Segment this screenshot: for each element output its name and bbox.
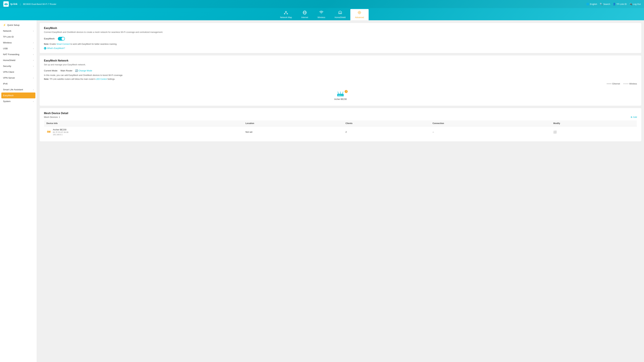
svg-line-13 [342, 92, 343, 94]
header: tp-link | BE3600 Dual-Band Wi-Fi 7 Route… [0, 0, 644, 20]
svg-line-5 [286, 12, 287, 13]
sidebar-system[interactable]: System › [0, 98, 37, 104]
wireless-icon [319, 10, 324, 16]
col-connection: Connection [430, 120, 551, 126]
mesh-device-detail-card: Mesh Device Detail Mesh Devices: 1 ⊕ Add… [40, 108, 641, 141]
easymesh-toggle[interactable] [58, 37, 65, 40]
quick-setup-icon: ⚡ [3, 24, 6, 26]
sidebar-homeshield[interactable]: HomeShield › [0, 57, 37, 63]
user-icon: 👤 [613, 3, 616, 5]
tplink-id-button[interactable]: 👤 TP-Link ID [613, 3, 626, 5]
device-info-content: Archer BE230 65-7F-F0-07-36-08 192.168.0… [46, 128, 241, 136]
sidebar-security[interactable]: Security › [0, 63, 37, 69]
plus-icon: ⊕ [630, 116, 632, 118]
device-clients: 2 [343, 126, 430, 138]
quick-setup-item[interactable]: ⚡ Quick Setup [0, 22, 37, 28]
easymesh-note: Note: Enable Smart Connect to work with … [44, 42, 637, 46]
nav-advanced[interactable]: Advanced [350, 9, 368, 20]
add-device-button[interactable]: ⊕ Add [630, 116, 637, 118]
col-device-info: Device Info [44, 120, 243, 126]
col-clients: Clients [343, 120, 430, 126]
easymesh-network-title: EasyMesh Network [44, 59, 637, 62]
col-modify: Modify [551, 120, 637, 126]
svg-point-14 [338, 95, 339, 95]
sidebar-vpn-server[interactable]: VPN Server › [0, 75, 37, 81]
easymesh-network-desc: Set up and manage your EasyMesh network. [44, 63, 637, 66]
svg-line-23 [48, 130, 48, 131]
device-connection: -- [430, 126, 551, 138]
logout-button[interactable]: 🔌 Log Out [630, 3, 641, 5]
svg-point-15 [340, 95, 340, 95]
device-location: Not set [243, 126, 343, 138]
nav-network-map[interactable]: Network Map [276, 9, 297, 20]
svg-point-3 [287, 13, 288, 14]
refresh-icon: 🔄 [75, 69, 78, 72]
svg-line-11 [338, 92, 338, 94]
easymesh-toggle-row: EasyMesh: [44, 37, 637, 40]
search-button[interactable]: 🔍 Search [600, 3, 610, 5]
easymesh-toggle-label: EasyMesh: [44, 37, 55, 40]
current-mode-row: Current Mode: Main Router 🔄 Change Mode [44, 69, 637, 72]
svg-point-1 [286, 11, 286, 12]
what-easymesh-link[interactable]: ▶ What's EasyMesh? [44, 47, 637, 49]
sidebar-ipv6[interactable]: IPv6 [0, 81, 37, 87]
device-router-icon [46, 129, 51, 134]
language-icon: 🌐 [586, 3, 589, 5]
chevron-right-icon: › [33, 53, 34, 56]
device-modify-cell: ⬜ [551, 126, 637, 138]
svg-point-2 [284, 13, 285, 14]
sidebar-tplink-id[interactable]: TP-Link ID [0, 34, 37, 40]
logout-icon: 🔌 [630, 3, 632, 5]
device-model: BE3600 Dual-Band Wi-Fi 7 Router [23, 3, 56, 5]
internet-icon [302, 10, 307, 16]
mesh-device-count: Mesh Devices: 1 [44, 116, 60, 118]
mode-description: In this mode, you can add EasyMesh and O… [44, 73, 637, 77]
sidebar-usb[interactable]: USB › [0, 45, 37, 51]
content-area: EasyMesh Connect EasyMesh and OneMesh de… [37, 20, 644, 362]
play-icon: ▶ [44, 47, 46, 49]
homeshield-icon [338, 10, 342, 16]
svg-point-27 [48, 132, 49, 132]
svg-point-0 [6, 3, 6, 4]
sidebar-wireless[interactable]: Wireless › [0, 40, 37, 45]
sidebar-nat-forwarding[interactable]: NAT Forwarding › [0, 51, 37, 57]
svg-rect-22 [47, 131, 51, 133]
svg-rect-18 [338, 96, 339, 96]
network-diagram: 1 [44, 88, 637, 102]
search-icon: 🔍 [600, 3, 602, 5]
main-nav: Network Map Internet Wirele [0, 8, 644, 20]
chevron-right-icon: › [33, 30, 34, 32]
sidebar-easymesh[interactable]: EasyMesh [1, 92, 36, 98]
change-mode-button[interactable]: 🔄 Change Mode [75, 69, 92, 72]
router-svg-icon [336, 91, 345, 97]
chevron-right-icon: › [33, 100, 34, 103]
svg-line-4 [284, 12, 286, 13]
sidebar-vpn-client[interactable]: VPN Client [0, 69, 37, 75]
led-control-link[interactable]: LED Control [96, 78, 107, 80]
sidebar-network[interactable]: Network › [0, 28, 37, 34]
svg-point-9 [359, 12, 360, 13]
wireless-line [623, 84, 628, 84]
language-selector[interactable]: 🌐 English [586, 3, 597, 5]
main-layout: ⚡ Quick Setup Network › TP-Link ID Wirel… [0, 20, 644, 362]
chevron-right-icon: › [33, 59, 34, 61]
sidebar-smart-life[interactable]: Smart Life Assistant › [0, 87, 37, 92]
nav-wireless[interactable]: Wireless [313, 9, 330, 20]
smart-connect-link[interactable]: Smart Connect [56, 43, 70, 45]
nav-internet[interactable]: Internet [297, 9, 313, 20]
svg-rect-19 [339, 96, 340, 96]
chevron-right-icon: › [33, 41, 34, 44]
svg-point-16 [340, 95, 341, 95]
network-legend: Ethernet Wireless [44, 83, 637, 85]
easymesh-title: EasyMesh [44, 27, 637, 30]
edit-icon[interactable]: ⬜ [553, 131, 556, 133]
device-mac: 65-7F-F0-07-36-08 [53, 131, 68, 133]
router-label: Archer BE230 [334, 98, 347, 100]
svg-rect-20 [340, 96, 341, 96]
current-mode-value: Main Router [60, 69, 72, 72]
easymesh-network-card: EasyMesh Network Set up and manage your … [40, 55, 641, 106]
current-mode-label: Current Mode: [44, 69, 58, 72]
nav-homeshield[interactable]: HomeShield [330, 9, 350, 20]
ethernet-line [606, 84, 612, 84]
mesh-device-title: Mesh Device Detail [44, 112, 637, 115]
